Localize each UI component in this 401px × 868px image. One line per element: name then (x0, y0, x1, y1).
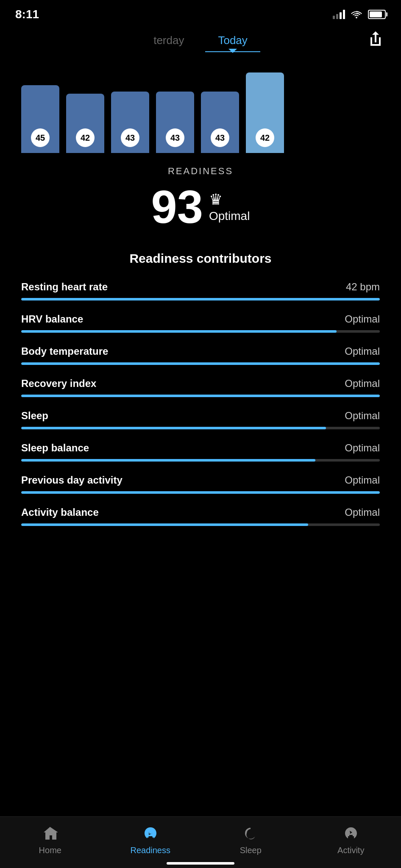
contributor-activity-balance[interactable]: Activity balance Optimal (21, 506, 380, 526)
wifi-icon (351, 10, 362, 19)
progress-bar-bg (21, 395, 380, 397)
readiness-section: READINESS 93 ♛ Optimal (0, 153, 401, 234)
status-time: 8:11 (15, 8, 39, 21)
chart-bar-item: 43 (156, 92, 194, 153)
contributor-value: 42 bpm (346, 281, 380, 293)
progress-bar-fill (21, 491, 380, 494)
contributor-name: Resting heart rate (21, 281, 108, 293)
contributor-sleep-balance[interactable]: Sleep balance Optimal (21, 442, 380, 462)
home-icon (41, 824, 59, 842)
contributor-name: Activity balance (21, 506, 99, 518)
contributor-body-temperature[interactable]: Body temperature Optimal (21, 345, 380, 365)
contributor-recovery-index[interactable]: Recovery index Optimal (21, 378, 380, 397)
contributor-name: HRV balance (21, 313, 83, 325)
progress-bar-fill (21, 459, 315, 462)
chart-bar-item: 43 (201, 92, 239, 153)
contributor-name: Previous day activity (21, 474, 123, 486)
nav-activity[interactable]: Activity (326, 824, 376, 855)
status-icons (333, 10, 386, 19)
contributor-previous-day-activity[interactable]: Previous day activity Optimal (21, 474, 380, 494)
nav-home[interactable]: Home (25, 824, 75, 855)
progress-bar-bg (21, 523, 380, 526)
contributor-resting-heart-rate[interactable]: Resting heart rate 42 bpm (21, 281, 380, 300)
progress-bar-bg (21, 362, 380, 365)
chart-bar-item: 45 (21, 85, 59, 153)
home-indicator (167, 862, 234, 865)
top-tabs: terday Today (0, 25, 401, 51)
chart-area: 45 42 43 43 43 (0, 51, 401, 153)
status-bar: 8:11 (0, 0, 401, 25)
progress-bar-fill (21, 330, 337, 333)
tab-today[interactable]: Today (201, 30, 264, 51)
contributor-name: Recovery index (21, 378, 96, 389)
progress-bar-fill (21, 395, 380, 397)
contributors-title: Readiness contributors (21, 251, 380, 266)
share-button[interactable] (365, 29, 386, 49)
contributor-hrv-balance[interactable]: HRV balance Optimal (21, 313, 380, 333)
contributor-value: Optimal (345, 345, 380, 357)
contributors-section: Readiness contributors Resting heart rat… (0, 234, 401, 547)
progress-bar-bg (21, 298, 380, 300)
contributor-sleep[interactable]: Sleep Optimal (21, 410, 380, 429)
progress-bar-bg (21, 427, 380, 429)
nav-activity-label: Activity (337, 846, 364, 855)
contributor-value: Optimal (345, 313, 380, 325)
contributor-name: Sleep balance (21, 442, 89, 454)
readiness-score: 93 (151, 184, 203, 230)
readiness-status-col: ♛ Optimal (209, 191, 250, 223)
readiness-score-row: 93 ♛ Optimal (0, 184, 401, 230)
contributor-value: Optimal (345, 442, 380, 454)
contributor-value: Optimal (345, 410, 380, 422)
contributor-name: Body temperature (21, 345, 108, 357)
contributor-value: Optimal (345, 378, 380, 389)
readiness-status: Optimal (209, 209, 250, 223)
progress-bar-fill (21, 362, 380, 365)
progress-bar-fill (21, 298, 380, 300)
bottom-nav: Home Readiness Sleep Activity (0, 816, 401, 868)
progress-bar-bg (21, 459, 380, 462)
readiness-label: READINESS (0, 166, 401, 177)
progress-bar-fill (21, 523, 308, 526)
crown-icon: ♛ (209, 191, 223, 209)
contributor-name: Sleep (21, 410, 48, 422)
nav-readiness[interactable]: Readiness (125, 824, 176, 855)
nav-sleep-label: Sleep (240, 846, 262, 855)
readiness-icon (142, 824, 159, 842)
svg-point-0 (350, 828, 352, 831)
battery-icon (368, 10, 386, 19)
chart-bar-item: 43 (111, 92, 149, 153)
contributor-value: Optimal (345, 506, 380, 518)
contributor-value: Optimal (345, 474, 380, 486)
nav-readiness-label: Readiness (130, 846, 170, 855)
tab-yesterday[interactable]: terday (136, 30, 201, 51)
share-icon (368, 31, 383, 47)
progress-bar-fill (21, 427, 326, 429)
nav-home-label: Home (39, 846, 61, 855)
sleep-icon (242, 824, 259, 842)
progress-bar-bg (21, 491, 380, 494)
chart-bar-item-today: 42 (246, 72, 284, 153)
activity-icon (342, 824, 360, 842)
signal-icon (333, 10, 345, 19)
chart-bars: 45 42 43 43 43 (0, 72, 401, 153)
nav-sleep[interactable]: Sleep (225, 824, 276, 855)
progress-bar-bg (21, 330, 380, 333)
chart-bar-item: 42 (66, 94, 104, 153)
